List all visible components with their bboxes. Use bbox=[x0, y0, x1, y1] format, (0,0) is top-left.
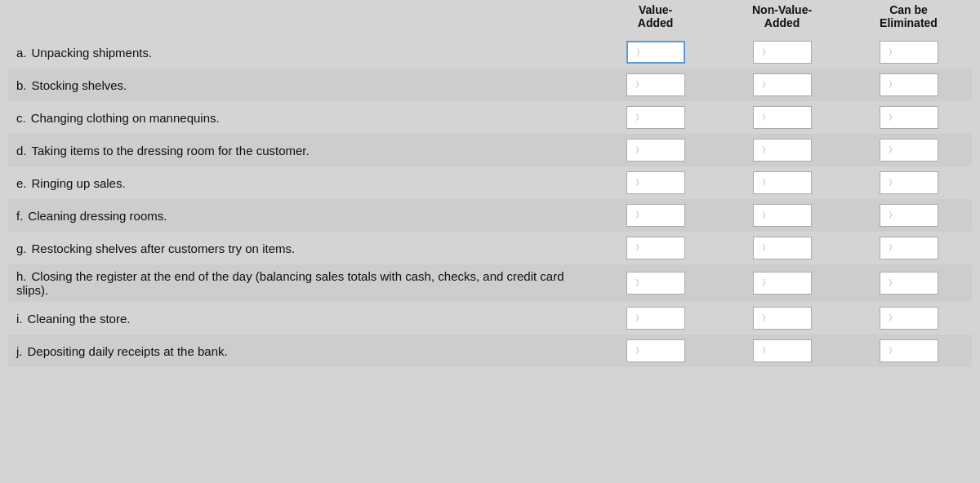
dropdown-cell-value-added: 〉 bbox=[592, 335, 719, 367]
row-letter: d. bbox=[16, 144, 27, 157]
dropdown-non-value-added-row-3[interactable]: 〉 bbox=[753, 139, 812, 162]
dropdown-cell-value-added: 〉 bbox=[592, 264, 719, 302]
dropdown-value-added-row-7[interactable]: 〉 bbox=[626, 272, 685, 295]
dropdown-non-value-added-row-2[interactable]: 〉 bbox=[753, 106, 812, 129]
dropdown-cell-value-added: 〉 bbox=[592, 36, 719, 69]
dropdown-cell-non-value-added: 〉 bbox=[719, 264, 845, 302]
chevron-down-icon: 〉 bbox=[762, 144, 770, 156]
row-text: Taking items to the dressing room for th… bbox=[32, 144, 310, 157]
chevron-down-icon: 〉 bbox=[762, 177, 770, 188]
row-text: Cleaning the store. bbox=[28, 312, 131, 326]
table-row: j.Depositing daily receipts at the bank.… bbox=[8, 335, 972, 367]
dropdown-can-be-eliminated-row-7[interactable]: 〉 bbox=[880, 272, 938, 295]
chevron-down-icon: 〉 bbox=[762, 242, 770, 254]
dropdown-can-be-eliminated-row-2[interactable]: 〉 bbox=[880, 106, 938, 129]
chevron-down-icon: 〉 bbox=[762, 312, 770, 324]
dropdown-cell-can-be-eliminated: 〉 bbox=[845, 199, 972, 232]
page-wrapper: Value-Added Non-Value-Added Can beElimin… bbox=[0, 0, 980, 483]
chevron-down-icon: 〉 bbox=[635, 312, 644, 324]
dropdown-can-be-eliminated-row-6[interactable]: 〉 bbox=[880, 237, 938, 259]
dropdown-value-added-row-5[interactable]: 〉 bbox=[626, 204, 685, 227]
chevron-down-icon: 〉 bbox=[889, 177, 897, 188]
row-text: Restocking shelves after customers try o… bbox=[32, 242, 296, 255]
header-can-be-eliminated: Can beEliminated bbox=[845, 0, 972, 36]
table-row: d.Taking items to the dressing room for … bbox=[8, 134, 972, 166]
dropdown-cell-can-be-eliminated: 〉 bbox=[845, 232, 972, 264]
activity-cell: b.Stocking shelves. bbox=[8, 69, 592, 101]
row-text: Closing the register at the end of the d… bbox=[16, 269, 564, 297]
activity-cell: e.Ringing up sales. bbox=[8, 166, 592, 199]
header-activity bbox=[8, 0, 592, 36]
row-letter: c. bbox=[16, 111, 26, 125]
row-letter: a. bbox=[16, 46, 27, 60]
dropdown-non-value-added-row-1[interactable]: 〉 bbox=[753, 73, 812, 96]
dropdown-non-value-added-row-4[interactable]: 〉 bbox=[753, 171, 812, 194]
dropdown-can-be-eliminated-row-3[interactable]: 〉 bbox=[880, 139, 938, 162]
dropdown-cell-non-value-added: 〉 bbox=[719, 302, 845, 335]
row-text: Cleaning dressing rooms. bbox=[28, 209, 167, 223]
row-letter: g. bbox=[16, 242, 27, 255]
row-text: Ringing up sales. bbox=[32, 176, 126, 190]
dropdown-value-added-row-6[interactable]: 〉 bbox=[626, 237, 685, 259]
row-letter: i. bbox=[16, 312, 23, 326]
dropdown-can-be-eliminated-row-1[interactable]: 〉 bbox=[880, 73, 938, 96]
dropdown-value-added-row-3[interactable]: 〉 bbox=[626, 139, 685, 162]
dropdown-cell-non-value-added: 〉 bbox=[719, 199, 845, 232]
chevron-down-icon: 〉 bbox=[635, 112, 644, 123]
chevron-down-icon: 〉 bbox=[889, 47, 897, 58]
dropdown-cell-can-be-eliminated: 〉 bbox=[845, 166, 972, 199]
dropdown-non-value-added-row-8[interactable]: 〉 bbox=[753, 307, 812, 330]
dropdown-cell-can-be-eliminated: 〉 bbox=[845, 302, 972, 335]
dropdown-cell-value-added: 〉 bbox=[592, 101, 719, 134]
dropdown-cell-non-value-added: 〉 bbox=[719, 232, 845, 264]
dropdown-non-value-added-row-6[interactable]: 〉 bbox=[753, 237, 812, 259]
row-text: Depositing daily receipts at the bank. bbox=[28, 344, 228, 358]
dropdown-can-be-eliminated-row-4[interactable]: 〉 bbox=[880, 171, 938, 194]
dropdown-cell-value-added: 〉 bbox=[592, 302, 719, 335]
chevron-down-icon: 〉 bbox=[635, 177, 644, 188]
dropdown-cell-value-added: 〉 bbox=[592, 134, 719, 166]
dropdown-can-be-eliminated-row-9[interactable]: 〉 bbox=[880, 339, 938, 362]
activity-cell: h.Closing the register at the end of the… bbox=[8, 264, 592, 302]
dropdown-value-added-row-2[interactable]: 〉 bbox=[626, 106, 685, 129]
dropdown-cell-non-value-added: 〉 bbox=[719, 36, 845, 69]
dropdown-cell-value-added: 〉 bbox=[592, 199, 719, 232]
activity-table: Value-Added Non-Value-Added Can beElimin… bbox=[8, 0, 972, 367]
chevron-down-icon: 〉 bbox=[762, 47, 770, 58]
dropdown-value-added-row-4[interactable]: 〉 bbox=[626, 171, 685, 194]
chevron-down-icon: 〉 bbox=[635, 210, 644, 221]
dropdown-value-added-row-8[interactable]: 〉 bbox=[626, 307, 685, 330]
chevron-down-icon: 〉 bbox=[635, 242, 644, 254]
dropdown-cell-non-value-added: 〉 bbox=[719, 166, 845, 199]
table-container: Value-Added Non-Value-Added Can beElimin… bbox=[0, 0, 980, 383]
activity-cell: d.Taking items to the dressing room for … bbox=[8, 134, 592, 166]
header-value-added: Value-Added bbox=[592, 0, 719, 36]
dropdown-can-be-eliminated-row-0[interactable]: 〉 bbox=[880, 41, 938, 64]
table-row: i.Cleaning the store.〉〉〉 bbox=[8, 302, 972, 335]
row-text: Stocking shelves. bbox=[32, 78, 127, 92]
dropdown-cell-can-be-eliminated: 〉 bbox=[845, 101, 972, 134]
chevron-down-icon: 〉 bbox=[889, 312, 897, 324]
dropdown-non-value-added-row-9[interactable]: 〉 bbox=[753, 339, 812, 362]
row-text: Unpacking shipments. bbox=[32, 46, 153, 60]
dropdown-non-value-added-row-7[interactable]: 〉 bbox=[753, 272, 812, 295]
dropdown-non-value-added-row-0[interactable]: 〉 bbox=[753, 41, 812, 64]
dropdown-cell-can-be-eliminated: 〉 bbox=[845, 134, 972, 166]
dropdown-value-added-row-9[interactable]: 〉 bbox=[626, 339, 685, 362]
activity-cell: j.Depositing daily receipts at the bank. bbox=[8, 335, 592, 367]
chevron-down-icon: 〉 bbox=[889, 112, 897, 123]
row-letter: f. bbox=[16, 209, 23, 223]
activity-cell: a.Unpacking shipments. bbox=[8, 36, 592, 69]
dropdown-value-added-row-1[interactable]: 〉 bbox=[626, 73, 685, 96]
activity-cell: g.Restocking shelves after customers try… bbox=[8, 232, 592, 264]
activity-cell: i.Cleaning the store. bbox=[8, 302, 592, 335]
chevron-down-icon: 〉 bbox=[889, 210, 897, 221]
dropdown-non-value-added-row-5[interactable]: 〉 bbox=[753, 204, 812, 227]
chevron-down-icon: 〉 bbox=[889, 79, 897, 91]
dropdown-value-added-row-0[interactable]: 〉 bbox=[626, 41, 685, 64]
dropdown-can-be-eliminated-row-5[interactable]: 〉 bbox=[880, 204, 938, 227]
table-row: g.Restocking shelves after customers try… bbox=[8, 232, 972, 264]
chevron-down-icon: 〉 bbox=[762, 277, 770, 289]
row-letter: e. bbox=[16, 176, 27, 190]
dropdown-can-be-eliminated-row-8[interactable]: 〉 bbox=[880, 307, 938, 330]
